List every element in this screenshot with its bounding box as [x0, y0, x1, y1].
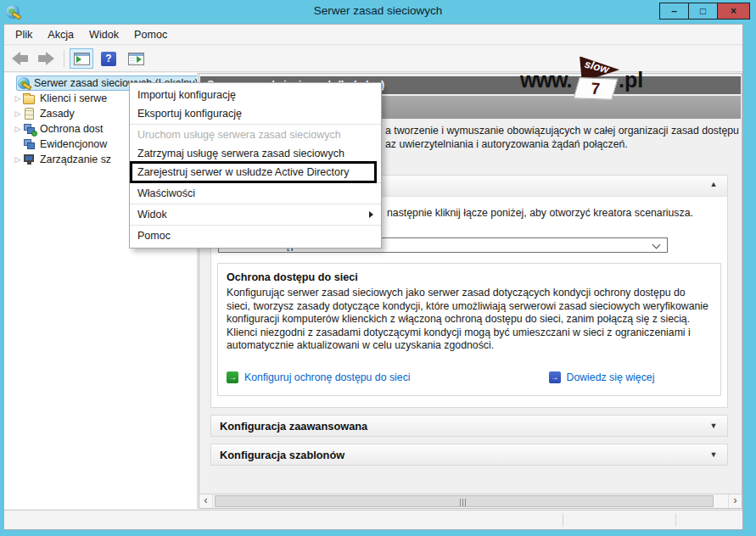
expand-arrow-icon[interactable]: ▷ [13, 109, 23, 118]
nap-body-text: Konfigurując serwer zasad sieciowych jak… [227, 287, 712, 353]
menu-separator [130, 124, 381, 125]
expand-arrow-icon[interactable]: ▼ [707, 422, 720, 430]
context-menu: Importuj konfigurację Eksportuj konfigur… [129, 82, 382, 248]
minimize-button[interactable]: – [659, 3, 689, 20]
configure-nap-link[interactable]: Konfiguruj ochronę dostępu do sieci [244, 371, 411, 383]
menu-item-export-configuration[interactable]: Eksportuj konfigurację [130, 104, 381, 123]
menu-action[interactable]: Akcja [40, 25, 81, 44]
help-button[interactable]: ? [97, 48, 120, 69]
expand-arrow-icon[interactable]: ▼ [707, 450, 720, 459]
expand-arrow-icon[interactable]: ▷ [13, 125, 23, 133]
policies-scroll-icon [23, 108, 36, 120]
scrollbar-thumb[interactable] [215, 495, 714, 507]
horizontal-scrollbar[interactable]: ‹ › [199, 494, 742, 508]
monitor-icon [23, 154, 36, 166]
close-button[interactable]: × [717, 3, 750, 20]
menu-view[interactable]: Widok [81, 25, 126, 44]
green-arrow-icon: → [227, 371, 238, 383]
logo-pl: .pl [619, 68, 643, 92]
menu-item-view[interactable]: Widok [130, 205, 381, 224]
menu-file[interactable]: Plik [8, 25, 40, 44]
status-divider [675, 513, 676, 527]
combobox-dropdown-icon[interactable] [652, 241, 661, 249]
app-window: Serwer zasad sieciowych – □ × Plik Akcja… [0, 0, 756, 536]
menu-separator [130, 204, 381, 204]
expand-arrow-icon[interactable]: ▷ [13, 94, 23, 103]
menu-item-register-server-in-active-directory[interactable]: Zarejestruj serwer w usłudze Active Dire… [130, 163, 381, 181]
learn-more-link-group[interactable]: → Dowiedz się więcej [549, 371, 655, 383]
tree-item-label: Zarządzanie sz [40, 154, 111, 165]
configure-nap-link-group[interactable]: → Konfiguruj ochronę dostępu do sieci [227, 371, 411, 383]
menu-item-properties[interactable]: Właściwości [130, 184, 381, 203]
back-button[interactable] [11, 51, 31, 66]
menubar: Plik Akcja Widok Pomoc [4, 25, 742, 45]
accounting-computers-icon [23, 138, 36, 151]
status-bar [4, 510, 742, 529]
menu-item-help[interactable]: Pomoc [130, 226, 381, 245]
back-icon [12, 52, 20, 65]
menu-separator [130, 225, 381, 226]
templates-configuration-section[interactable]: Konfiguracja szablonów ▼ [210, 444, 728, 466]
nap-heading: Ochrona dostępu do sieci [227, 271, 712, 283]
console-tree-toggle-button[interactable] [70, 48, 93, 69]
export-list-icon [128, 53, 144, 65]
toolbar-separator [64, 50, 64, 67]
scroll-right-button[interactable]: › [728, 494, 742, 508]
menu-item-start-nps-service: Uruchom usługę serwera zasad sieciowych [130, 126, 381, 144]
forward-icon [46, 52, 54, 65]
templates-configuration-label: Konfiguracja szablonów [211, 444, 727, 466]
blue-arrow-icon: → [549, 371, 561, 383]
nap-description-box: Ochrona dostępu do sieci Konfigurując se… [217, 263, 721, 396]
menu-help[interactable]: Pomoc [126, 25, 175, 44]
logo-www: www. [520, 68, 571, 92]
help-icon: ? [101, 52, 116, 66]
forward-button[interactable] [35, 51, 55, 66]
submenu-arrow-icon [369, 211, 373, 218]
globe-key-icon [18, 77, 31, 90]
scroll-left-button[interactable]: ‹ [199, 494, 213, 508]
slow7-logo: www. slow 7 .pl [520, 59, 656, 98]
expand-arrow-icon[interactable]: ▷ [13, 155, 23, 164]
tree-item-label: Ewidencjonow [40, 138, 107, 150]
status-divider [563, 513, 563, 527]
menu-item-import-configuration[interactable]: Importuj konfigurację [130, 86, 381, 104]
console-tree-icon [74, 53, 90, 65]
tree-item-label: Ochrona dost [40, 123, 103, 135]
tree-item-label: Zasady [40, 108, 75, 120]
nap-computers-check-icon [23, 123, 36, 136]
advanced-configuration-label: Konfiguracja zaawansowana [211, 416, 727, 438]
learn-more-link[interactable]: Dowiedz się więcej [567, 371, 655, 383]
logo-seven: 7 [577, 79, 614, 99]
advanced-configuration-section[interactable]: Konfiguracja zaawansowana ▼ [210, 415, 728, 437]
export-list-button[interactable] [124, 48, 148, 69]
menu-item-stop-nps-service[interactable]: Zatrzymaj usługę serwera zasad sieciowyc… [130, 144, 381, 163]
logo-seven-box: 7 [574, 77, 619, 100]
menu-separator [130, 182, 381, 183]
window-title: Serwer zasad sieciowych [0, 4, 756, 17]
collapse-arrow-icon[interactable]: ▲ [707, 180, 720, 188]
titlebar: Serwer zasad sieciowych – □ × [0, 0, 756, 24]
scrollbar-grip [460, 499, 468, 506]
tree-item-label: Klienci i serwe [40, 92, 107, 104]
folder-icon [23, 92, 36, 105]
maximize-button[interactable]: □ [688, 3, 718, 20]
